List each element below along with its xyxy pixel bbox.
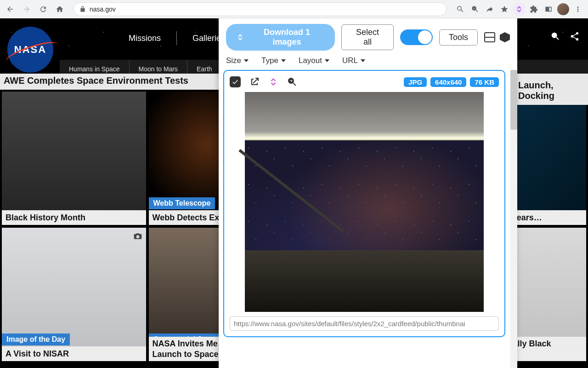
page-content: NASA Missions Galleries Humans in Space … xyxy=(0,18,588,368)
image-url-field[interactable]: https://www.nasa.gov/sites/default/files… xyxy=(230,316,499,331)
search-icon[interactable] xyxy=(550,31,560,41)
layout-list-icon[interactable] xyxy=(484,32,495,42)
address-bar[interactable]: nasa.gov xyxy=(74,2,447,16)
format-pill: JPG xyxy=(404,77,427,87)
kebab-menu-icon[interactable] xyxy=(571,3,584,16)
zoom-out-icon[interactable] xyxy=(469,3,481,16)
bookmark-star-icon[interactable] xyxy=(498,3,511,16)
filter-size[interactable]: Size xyxy=(226,56,249,65)
extensions-puzzle-icon[interactable] xyxy=(527,3,540,16)
card-title: A Visit to NISAR xyxy=(6,349,69,359)
select-all-button[interactable]: Select all xyxy=(341,24,394,50)
image-card: JPG 640x640 76 KB https://www.nasa.gov/s… xyxy=(223,70,505,337)
banner-headline-right[interactable]: Launch, Docking xyxy=(514,78,588,105)
card-badge: Webb Telescope xyxy=(149,197,215,209)
chevron-down-icon xyxy=(325,59,329,62)
side-panel-icon[interactable] xyxy=(542,3,555,16)
dimensions-pill: 640x640 xyxy=(430,77,466,87)
card[interactable]: Black History Month xyxy=(2,92,146,225)
card-badge: Image of the Day xyxy=(2,334,70,345)
zoom-in-icon[interactable] xyxy=(454,3,467,16)
nav-missions[interactable]: Missions xyxy=(129,34,161,43)
download-label: Download 1 images xyxy=(249,28,325,47)
open-external-icon[interactable] xyxy=(249,76,260,87)
home-button[interactable] xyxy=(53,3,66,16)
chevron-down-icon xyxy=(361,59,365,62)
card-title: Black History Month xyxy=(6,213,85,223)
filter-bar: Size Type Layout URL xyxy=(219,56,517,70)
filter-type[interactable]: Type xyxy=(261,56,286,65)
chrome-actions xyxy=(454,3,584,16)
image-checkbox[interactable] xyxy=(230,76,241,87)
zoom-image-icon[interactable] xyxy=(287,76,298,87)
share-page-icon[interactable] xyxy=(570,31,580,41)
camera-icon xyxy=(133,231,142,241)
filter-url[interactable]: URL xyxy=(342,56,365,65)
toggle-switch[interactable] xyxy=(400,29,433,45)
filesize-pill: 76 KB xyxy=(470,77,499,87)
download-button[interactable]: Download 1 images xyxy=(226,24,335,51)
nav-divider xyxy=(176,31,177,45)
share-icon[interactable] xyxy=(483,3,496,16)
extension-icon[interactable] xyxy=(513,3,526,16)
tools-button[interactable]: Tools xyxy=(439,29,478,46)
extension-toolbar: Download 1 images Select all Tools xyxy=(219,18,517,56)
forward-button[interactable] xyxy=(20,3,33,16)
chevron-down-icon xyxy=(281,59,286,62)
nasa-logo[interactable]: NASA xyxy=(7,27,53,73)
main-nav: Missions Galleries xyxy=(129,31,225,45)
chevron-down-icon xyxy=(244,59,249,62)
scrollbar[interactable] xyxy=(510,70,517,368)
card-title: Webb Detects Ex xyxy=(153,213,220,223)
filter-layout[interactable]: Layout xyxy=(299,56,329,65)
image-preview[interactable] xyxy=(245,92,484,312)
download-image-icon[interactable] xyxy=(268,77,278,87)
extension-popup: Download 1 images Select all Tools Size … xyxy=(219,18,517,368)
browser-toolbar: nasa.gov xyxy=(0,0,588,18)
extension-body: JPG 640x640 76 KB https://www.nasa.gov/s… xyxy=(219,70,517,368)
reload-button[interactable] xyxy=(37,3,50,16)
url-text: nasa.gov xyxy=(90,6,116,13)
lock-icon xyxy=(79,6,86,12)
profile-avatar[interactable] xyxy=(557,3,570,16)
card[interactable]: Image of the Day A Visit to NISAR xyxy=(2,228,146,361)
settings-hex-icon[interactable] xyxy=(500,32,510,42)
back-button[interactable] xyxy=(4,3,17,16)
